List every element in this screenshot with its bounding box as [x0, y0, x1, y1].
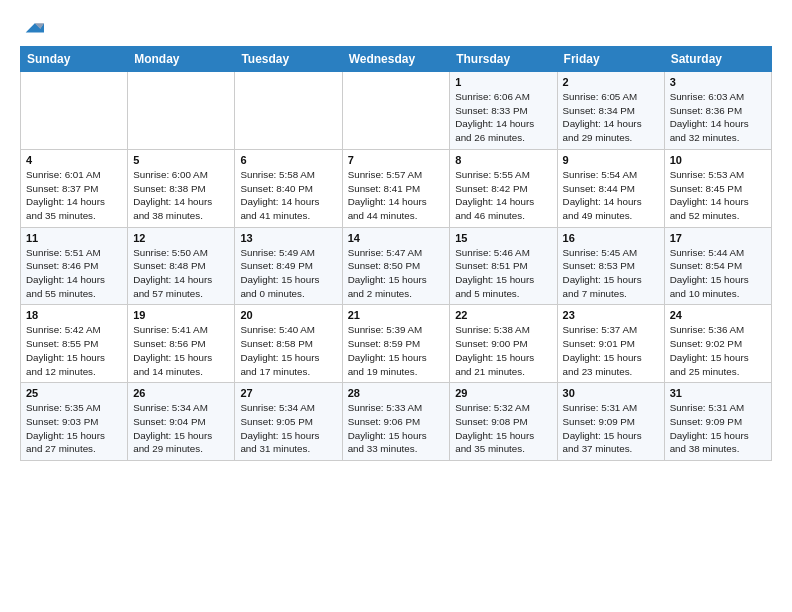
day-info: Sunrise: 5:40 AMSunset: 8:58 PMDaylight:…: [240, 323, 336, 378]
day-number: 30: [563, 387, 659, 399]
day-number: 9: [563, 154, 659, 166]
calendar-cell: 7Sunrise: 5:57 AMSunset: 8:41 PMDaylight…: [342, 149, 450, 227]
day-info: Sunrise: 5:47 AMSunset: 8:50 PMDaylight:…: [348, 246, 445, 301]
calendar-cell: 27Sunrise: 5:34 AMSunset: 9:05 PMDayligh…: [235, 383, 342, 461]
calendar-cell: 23Sunrise: 5:37 AMSunset: 9:01 PMDayligh…: [557, 305, 664, 383]
day-number: 20: [240, 309, 336, 321]
calendar-body: 1Sunrise: 6:06 AMSunset: 8:33 PMDaylight…: [21, 72, 772, 461]
calendar-cell: 12Sunrise: 5:50 AMSunset: 8:48 PMDayligh…: [128, 227, 235, 305]
calendar-header: SundayMondayTuesdayWednesdayThursdayFrid…: [21, 47, 772, 72]
day-number: 12: [133, 232, 229, 244]
calendar-cell: [21, 72, 128, 150]
day-info: Sunrise: 6:00 AMSunset: 8:38 PMDaylight:…: [133, 168, 229, 223]
day-info: Sunrise: 5:42 AMSunset: 8:55 PMDaylight:…: [26, 323, 122, 378]
day-info: Sunrise: 5:57 AMSunset: 8:41 PMDaylight:…: [348, 168, 445, 223]
calendar-table: SundayMondayTuesdayWednesdayThursdayFrid…: [20, 46, 772, 461]
day-number: 18: [26, 309, 122, 321]
day-number: 8: [455, 154, 551, 166]
day-info: Sunrise: 6:05 AMSunset: 8:34 PMDaylight:…: [563, 90, 659, 145]
day-info: Sunrise: 5:34 AMSunset: 9:04 PMDaylight:…: [133, 401, 229, 456]
day-info: Sunrise: 5:58 AMSunset: 8:40 PMDaylight:…: [240, 168, 336, 223]
calendar-cell: 13Sunrise: 5:49 AMSunset: 8:49 PMDayligh…: [235, 227, 342, 305]
day-number: 2: [563, 76, 659, 88]
day-info: Sunrise: 6:06 AMSunset: 8:33 PMDaylight:…: [455, 90, 551, 145]
day-number: 22: [455, 309, 551, 321]
calendar-cell: 6Sunrise: 5:58 AMSunset: 8:40 PMDaylight…: [235, 149, 342, 227]
calendar-cell: 21Sunrise: 5:39 AMSunset: 8:59 PMDayligh…: [342, 305, 450, 383]
day-header-wednesday: Wednesday: [342, 47, 450, 72]
day-info: Sunrise: 5:44 AMSunset: 8:54 PMDaylight:…: [670, 246, 766, 301]
logo-icon: [22, 16, 44, 38]
calendar-cell: 20Sunrise: 5:40 AMSunset: 8:58 PMDayligh…: [235, 305, 342, 383]
day-number: 27: [240, 387, 336, 399]
day-info: Sunrise: 5:35 AMSunset: 9:03 PMDaylight:…: [26, 401, 122, 456]
calendar-cell: 31Sunrise: 5:31 AMSunset: 9:09 PMDayligh…: [664, 383, 771, 461]
calendar-cell: [128, 72, 235, 150]
day-number: 4: [26, 154, 122, 166]
day-number: 16: [563, 232, 659, 244]
day-info: Sunrise: 5:45 AMSunset: 8:53 PMDaylight:…: [563, 246, 659, 301]
day-info: Sunrise: 5:49 AMSunset: 8:49 PMDaylight:…: [240, 246, 336, 301]
day-number: 31: [670, 387, 766, 399]
day-number: 6: [240, 154, 336, 166]
calendar-cell: [235, 72, 342, 150]
day-info: Sunrise: 5:53 AMSunset: 8:45 PMDaylight:…: [670, 168, 766, 223]
day-info: Sunrise: 5:46 AMSunset: 8:51 PMDaylight:…: [455, 246, 551, 301]
day-info: Sunrise: 5:39 AMSunset: 8:59 PMDaylight:…: [348, 323, 445, 378]
calendar-cell: 3Sunrise: 6:03 AMSunset: 8:36 PMDaylight…: [664, 72, 771, 150]
day-info: Sunrise: 5:36 AMSunset: 9:02 PMDaylight:…: [670, 323, 766, 378]
calendar-cell: 17Sunrise: 5:44 AMSunset: 8:54 PMDayligh…: [664, 227, 771, 305]
calendar-week-3: 11Sunrise: 5:51 AMSunset: 8:46 PMDayligh…: [21, 227, 772, 305]
day-info: Sunrise: 5:32 AMSunset: 9:08 PMDaylight:…: [455, 401, 551, 456]
day-info: Sunrise: 5:41 AMSunset: 8:56 PMDaylight:…: [133, 323, 229, 378]
day-number: 11: [26, 232, 122, 244]
logo: [20, 16, 44, 38]
day-info: Sunrise: 5:50 AMSunset: 8:48 PMDaylight:…: [133, 246, 229, 301]
calendar-cell: 15Sunrise: 5:46 AMSunset: 8:51 PMDayligh…: [450, 227, 557, 305]
day-info: Sunrise: 5:54 AMSunset: 8:44 PMDaylight:…: [563, 168, 659, 223]
day-header-sunday: Sunday: [21, 47, 128, 72]
calendar-cell: 8Sunrise: 5:55 AMSunset: 8:42 PMDaylight…: [450, 149, 557, 227]
day-number: 28: [348, 387, 445, 399]
day-number: 24: [670, 309, 766, 321]
day-info: Sunrise: 6:03 AMSunset: 8:36 PMDaylight:…: [670, 90, 766, 145]
calendar-cell: 2Sunrise: 6:05 AMSunset: 8:34 PMDaylight…: [557, 72, 664, 150]
day-number: 13: [240, 232, 336, 244]
calendar-cell: 1Sunrise: 6:06 AMSunset: 8:33 PMDaylight…: [450, 72, 557, 150]
calendar-week-2: 4Sunrise: 6:01 AMSunset: 8:37 PMDaylight…: [21, 149, 772, 227]
day-header-tuesday: Tuesday: [235, 47, 342, 72]
calendar-cell: 30Sunrise: 5:31 AMSunset: 9:09 PMDayligh…: [557, 383, 664, 461]
calendar-cell: 29Sunrise: 5:32 AMSunset: 9:08 PMDayligh…: [450, 383, 557, 461]
day-number: 19: [133, 309, 229, 321]
day-number: 26: [133, 387, 229, 399]
day-info: Sunrise: 5:55 AMSunset: 8:42 PMDaylight:…: [455, 168, 551, 223]
day-header-friday: Friday: [557, 47, 664, 72]
day-info: Sunrise: 5:51 AMSunset: 8:46 PMDaylight:…: [26, 246, 122, 301]
calendar-cell: 26Sunrise: 5:34 AMSunset: 9:04 PMDayligh…: [128, 383, 235, 461]
day-number: 3: [670, 76, 766, 88]
calendar-cell: 4Sunrise: 6:01 AMSunset: 8:37 PMDaylight…: [21, 149, 128, 227]
calendar-cell: 18Sunrise: 5:42 AMSunset: 8:55 PMDayligh…: [21, 305, 128, 383]
calendar-cell: 28Sunrise: 5:33 AMSunset: 9:06 PMDayligh…: [342, 383, 450, 461]
day-number: 23: [563, 309, 659, 321]
day-header-monday: Monday: [128, 47, 235, 72]
day-number: 29: [455, 387, 551, 399]
day-number: 21: [348, 309, 445, 321]
day-number: 17: [670, 232, 766, 244]
day-header-saturday: Saturday: [664, 47, 771, 72]
calendar-cell: 16Sunrise: 5:45 AMSunset: 8:53 PMDayligh…: [557, 227, 664, 305]
calendar-cell: 9Sunrise: 5:54 AMSunset: 8:44 PMDaylight…: [557, 149, 664, 227]
calendar-cell: 11Sunrise: 5:51 AMSunset: 8:46 PMDayligh…: [21, 227, 128, 305]
calendar-cell: 5Sunrise: 6:00 AMSunset: 8:38 PMDaylight…: [128, 149, 235, 227]
day-info: Sunrise: 5:31 AMSunset: 9:09 PMDaylight:…: [670, 401, 766, 456]
day-number: 15: [455, 232, 551, 244]
day-number: 1: [455, 76, 551, 88]
day-info: Sunrise: 5:38 AMSunset: 9:00 PMDaylight:…: [455, 323, 551, 378]
page-header: [20, 16, 772, 38]
calendar-week-1: 1Sunrise: 6:06 AMSunset: 8:33 PMDaylight…: [21, 72, 772, 150]
calendar-cell: 10Sunrise: 5:53 AMSunset: 8:45 PMDayligh…: [664, 149, 771, 227]
day-number: 7: [348, 154, 445, 166]
day-info: Sunrise: 5:31 AMSunset: 9:09 PMDaylight:…: [563, 401, 659, 456]
day-info: Sunrise: 6:01 AMSunset: 8:37 PMDaylight:…: [26, 168, 122, 223]
calendar-cell: 14Sunrise: 5:47 AMSunset: 8:50 PMDayligh…: [342, 227, 450, 305]
